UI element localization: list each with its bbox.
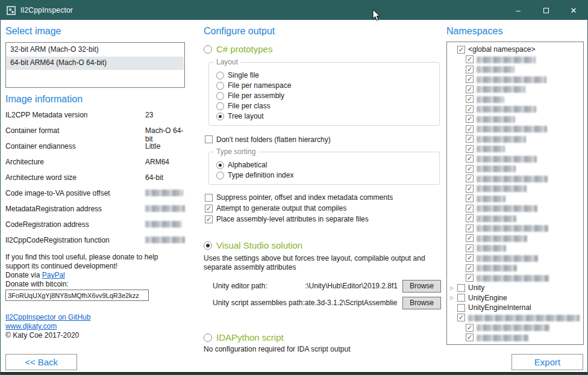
- namespace-item[interactable]: ✓: [448, 64, 582, 75]
- namespace-item[interactable]: ✓: [448, 114, 582, 125]
- minimize-button[interactable]: –: [504, 1, 532, 20]
- output-option[interactable]: ✓Place assembly-level attributes in sepa…: [205, 214, 441, 225]
- checkbox-icon[interactable]: ✓: [466, 254, 474, 262]
- radio-icon: [216, 72, 224, 79]
- website-link[interactable]: www.djkaty.com: [5, 322, 185, 331]
- layout-option-label: File per namespace: [228, 81, 291, 90]
- namespace-item[interactable]: ✓: [448, 234, 582, 244]
- back-button[interactable]: << Back: [5, 354, 77, 370]
- namespace-item[interactable]: ✓: [448, 104, 582, 114]
- checkbox-icon[interactable]: ✓: [466, 333, 474, 341]
- checkbox-icon[interactable]: ✓: [466, 105, 474, 113]
- namespace-item[interactable]: ✓: [448, 164, 582, 174]
- checkbox-icon[interactable]: ✓: [466, 225, 474, 232]
- expander-icon[interactable]: ▷: [449, 294, 457, 302]
- titlebar[interactable]: Il2CppInspector – ✕: [1, 1, 587, 20]
- namespace-item[interactable]: ✓: [448, 95, 582, 105]
- checkbox-icon[interactable]: ✓: [466, 244, 474, 252]
- close-button[interactable]: ✕: [560, 1, 587, 20]
- idapython-radio[interactable]: IDAPython script: [204, 332, 441, 342]
- checkbox-icon[interactable]: ✓: [466, 175, 474, 182]
- namespace-item[interactable]: ✓: [448, 253, 582, 264]
- layout-option[interactable]: Tree layout: [216, 111, 433, 121]
- output-option[interactable]: Suppress pointer, offset and index metad…: [205, 192, 441, 203]
- bitcoin-address-input[interactable]: [5, 290, 149, 301]
- output-option[interactable]: ✓Attempt to generate output that compile…: [205, 203, 441, 214]
- checkbox-icon[interactable]: [457, 304, 465, 312]
- checkbox-icon[interactable]: ✓: [466, 135, 474, 143]
- type-sorting-option[interactable]: Type definition index: [216, 170, 433, 180]
- namespace-item[interactable]: UnityEngineInternal: [448, 303, 582, 313]
- checkbox-icon[interactable]: ✓: [466, 165, 474, 173]
- type-sorting-option[interactable]: Alphabetical: [216, 160, 433, 170]
- checkbox-icon[interactable]: ✓: [466, 194, 474, 202]
- radio-icon: [216, 172, 224, 179]
- checkbox-icon[interactable]: [457, 284, 465, 292]
- layout-option[interactable]: File per namespace: [216, 81, 433, 90]
- layout-option[interactable]: File per assembly: [216, 91, 433, 101]
- unity-editor-path-value[interactable]: :\Unity\Hub\Editor\2019.2.8f1: [267, 282, 398, 290]
- vs-solution-radio[interactable]: Visual Studio solution: [204, 240, 441, 250]
- namespace-item[interactable]: ✓: [448, 323, 582, 333]
- checkbox-icon[interactable]: ✓: [466, 185, 474, 193]
- checkbox-icon[interactable]: ✓: [466, 75, 474, 83]
- type-sorting-groupbox-label: Type sorting: [214, 147, 258, 156]
- flatten-checkbox[interactable]: Don't nest folders (flatten hierarchy): [205, 134, 441, 144]
- checkbox-icon[interactable]: [457, 294, 465, 302]
- image-list[interactable]: 32-bit ARM (Mach-O 32-bit)64-bit ARM64 (…: [5, 42, 185, 88]
- namespace-item[interactable]: ✓: [448, 134, 582, 144]
- namespace-item[interactable]: ✓: [448, 223, 582, 234]
- vs-solution-label: Visual Studio solution: [216, 240, 302, 250]
- namespace-item[interactable]: ✓: [448, 273, 582, 284]
- checkbox-icon[interactable]: ✓: [466, 145, 474, 153]
- checkbox-icon[interactable]: ✓: [466, 115, 474, 123]
- namespace-item[interactable]: ✓<global namespace>: [448, 45, 582, 55]
- namespace-item[interactable]: ✓: [448, 75, 582, 85]
- checkbox-icon[interactable]: ✓: [466, 205, 474, 212]
- namespace-item[interactable]: ✓: [448, 194, 582, 204]
- checkbox-icon[interactable]: ✓: [466, 324, 474, 332]
- image-list-item[interactable]: 32-bit ARM (Mach-O 32-bit): [7, 43, 184, 57]
- unity-script-path-value[interactable]: ate.3d-3.1.2\ScriptAssemblies: [305, 299, 398, 307]
- checkbox-icon[interactable]: ✓: [457, 46, 465, 54]
- checkbox-icon[interactable]: ✓: [466, 214, 474, 222]
- checkbox-icon[interactable]: ✓: [466, 125, 474, 133]
- namespace-item[interactable]: ✓: [448, 333, 582, 343]
- layout-option[interactable]: File per class: [216, 101, 433, 111]
- namespace-item[interactable]: ▷UnityEngine: [448, 293, 582, 303]
- namespace-item[interactable]: ✓: [448, 184, 582, 194]
- checkbox-icon[interactable]: ✓: [466, 55, 474, 63]
- layout-option[interactable]: Single file: [216, 70, 433, 80]
- namespace-item[interactable]: ✓: [448, 154, 582, 164]
- checkbox-icon[interactable]: ✓: [466, 264, 474, 272]
- export-button[interactable]: Export: [511, 354, 583, 370]
- namespace-item[interactable]: ✓: [448, 55, 582, 65]
- namespace-item[interactable]: ✓: [448, 144, 582, 154]
- namespace-item[interactable]: ✓: [448, 214, 582, 224]
- namespace-item[interactable]: ✓: [448, 313, 582, 323]
- paypal-link[interactable]: PayPal: [42, 271, 65, 279]
- namespace-item[interactable]: ✓: [448, 124, 582, 134]
- namespace-item[interactable]: ▷Unity: [448, 283, 582, 293]
- unity-script-browse-button[interactable]: Browse: [402, 297, 441, 309]
- namespace-item[interactable]: ✓: [448, 263, 582, 273]
- image-list-item[interactable]: 64-bit ARM64 (Mach-O 64-bit): [7, 57, 184, 70]
- checkbox-icon[interactable]: ✓: [466, 274, 474, 282]
- type-sorting-option-label: Alphabetical: [228, 161, 267, 169]
- expander-icon[interactable]: ▷: [449, 284, 457, 292]
- unity-editor-browse-button[interactable]: Browse: [402, 280, 441, 293]
- checkbox-icon[interactable]: ✓: [466, 234, 474, 242]
- namespace-item[interactable]: ✓: [448, 84, 582, 95]
- csharp-prototypes-radio[interactable]: C# prototypes: [204, 44, 441, 54]
- checkbox-icon[interactable]: ✓: [466, 95, 474, 103]
- checkbox-icon[interactable]: ✓: [457, 314, 465, 321]
- checkbox-icon[interactable]: ✓: [466, 85, 474, 93]
- namespace-item[interactable]: ✓: [448, 243, 582, 253]
- checkbox-icon[interactable]: ✓: [466, 155, 474, 163]
- namespace-item[interactable]: ✓: [448, 203, 582, 214]
- namespace-item[interactable]: ✓: [448, 174, 582, 184]
- github-link[interactable]: Il2CppInspector on GitHub: [5, 313, 90, 322]
- maximize-button[interactable]: [532, 1, 560, 20]
- namespace-list[interactable]: ✓<global namespace>✓✓✓✓✓✓✓✓✓✓✓✓✓✓✓✓✓✓✓✓✓…: [446, 42, 584, 345]
- checkbox-icon[interactable]: ✓: [466, 66, 474, 73]
